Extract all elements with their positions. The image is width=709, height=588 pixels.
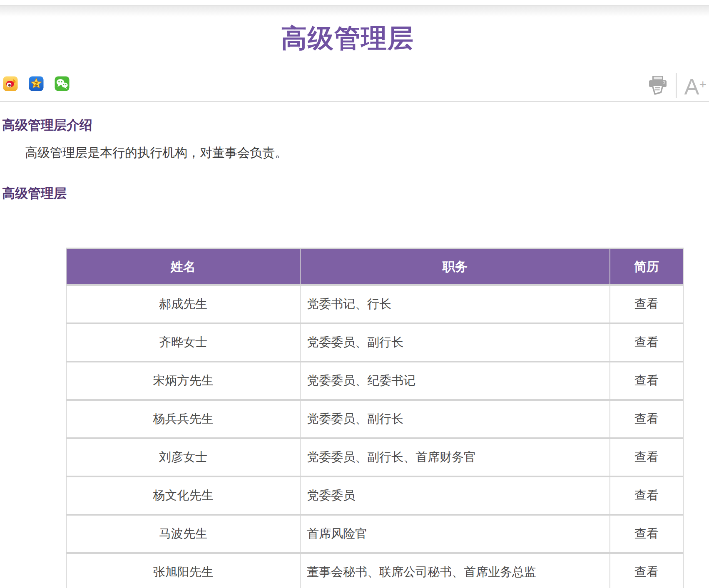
view-resume-link[interactable]: 查看	[634, 489, 659, 502]
exec-position: 董事会秘书、联席公司秘书、首席业务总监	[300, 553, 610, 588]
exec-position: 党委委员、副行长	[300, 400, 610, 438]
header-bottom-shadow	[0, 5, 709, 17]
view-resume-link[interactable]: 查看	[634, 527, 659, 540]
col-header-position: 职务	[300, 248, 610, 285]
view-resume-link[interactable]: 查看	[634, 335, 659, 349]
wechat-icon[interactable]	[55, 76, 70, 91]
page-tools: A+	[648, 73, 707, 98]
exec-name: 宋炳方先生	[66, 362, 300, 400]
exec-position: 党委委员、纪委书记	[300, 362, 610, 400]
intro-heading: 高级管理层介绍	[2, 118, 709, 133]
weibo-icon[interactable]	[3, 76, 18, 91]
printer-icon[interactable]	[648, 75, 667, 96]
table-row: 郝成先生 党委书记、行长 查看	[66, 285, 683, 323]
table-row: 杨兵兵先生 党委委员、副行长 查看	[66, 400, 683, 438]
share-icons-group: Z	[3, 76, 70, 91]
view-resume-link[interactable]: 查看	[634, 412, 659, 425]
exec-position: 党委委员、副行长	[300, 323, 610, 362]
col-header-resume: 简历	[610, 248, 683, 285]
table-row: 马波先生 首席风险官 查看	[66, 515, 683, 553]
toolbar-divider-line	[0, 101, 709, 102]
table-row: 杨文化先生 党委委员 查看	[66, 476, 683, 515]
exec-name: 刘彦女士	[66, 438, 300, 476]
table-row: 齐晔女士 党委委员、副行长 查看	[66, 323, 683, 362]
exec-position: 党委委员	[300, 476, 610, 515]
svg-text:Z: Z	[34, 80, 38, 87]
table-header-row: 姓名 职务 简历	[66, 248, 683, 285]
table-row: 刘彦女士 党委委员、副行长、首席财务官 查看	[66, 438, 683, 476]
qzone-icon[interactable]: Z	[29, 76, 44, 91]
exec-position: 党委委员、副行长、首席财务官	[300, 438, 610, 476]
exec-position: 党委书记、行长	[300, 285, 610, 323]
exec-name: 郝成先生	[66, 285, 300, 323]
view-resume-link[interactable]: 查看	[634, 450, 659, 464]
view-resume-link[interactable]: 查看	[634, 374, 659, 387]
table-row: 张旭阳先生 董事会秘书、联席公司秘书、首席业务总监 查看	[66, 553, 683, 588]
share-toolbar: Z A+	[0, 75, 709, 101]
exec-name: 马波先生	[66, 515, 300, 553]
exec-name: 张旭阳先生	[66, 553, 300, 588]
exec-name: 杨兵兵先生	[66, 400, 300, 438]
management-table: 姓名 职务 简历 郝成先生 党委书记、行长 查看 齐晔女士 党委委员、副行长 查…	[66, 248, 684, 588]
tools-divider	[676, 73, 677, 98]
col-header-name: 姓名	[66, 248, 300, 285]
page-title: 高级管理层	[0, 23, 695, 53]
exec-position: 首席风险官	[300, 515, 610, 553]
view-resume-link[interactable]: 查看	[634, 565, 659, 578]
table-row: 宋炳方先生 党委委员、纪委书记 查看	[66, 362, 683, 400]
exec-name: 齐晔女士	[66, 323, 300, 362]
page-top-spacer	[0, 0, 709, 5]
exec-name: 杨文化先生	[66, 476, 300, 515]
view-resume-link[interactable]: 查看	[634, 297, 659, 310]
intro-paragraph: 高级管理层是本行的执行机构，对董事会负责。	[0, 145, 709, 160]
management-heading: 高级管理层	[2, 186, 709, 201]
font-size-increase-button[interactable]: A+	[684, 73, 707, 98]
